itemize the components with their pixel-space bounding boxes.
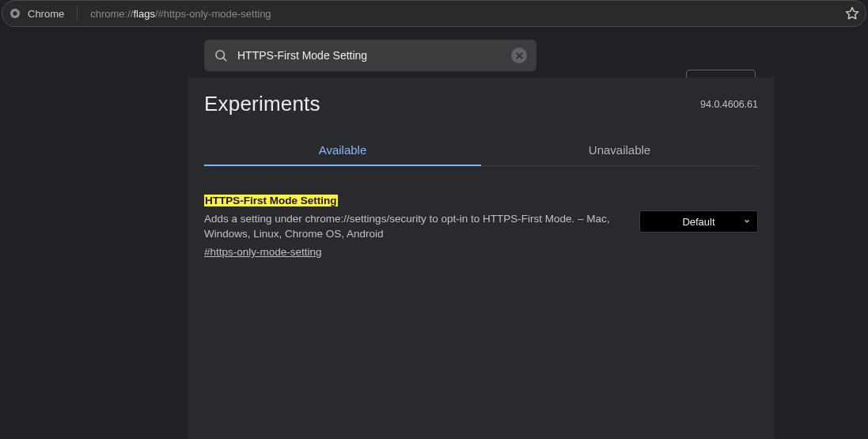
search-icon <box>214 48 228 62</box>
flag-title: HTTPS-First Mode Setting <box>204 195 338 206</box>
flag-hash-link[interactable]: #https-only-mode-setting <box>204 246 322 258</box>
svg-point-1 <box>13 11 17 15</box>
toolbar: Reset all <box>0 32 868 78</box>
tabs: Available Unavailable <box>204 134 758 166</box>
url-path: /#https-only-mode-setting <box>155 8 271 20</box>
clear-search-button[interactable] <box>511 47 527 63</box>
url-prefix: chrome:// <box>90 8 133 20</box>
page-title: Experiments <box>204 92 320 116</box>
tab-unavailable[interactable]: Unavailable <box>481 134 758 166</box>
version-label: 94.0.4606.61 <box>700 99 758 110</box>
flag-state-select[interactable]: Default <box>639 210 758 233</box>
url-host: flags <box>133 8 154 20</box>
svg-line-4 <box>223 58 226 60</box>
address-url[interactable]: chrome://flags/#https-only-mode-setting <box>84 8 271 20</box>
browser-address-bar: Chrome chrome://flags/#https-only-mode-s… <box>2 0 866 27</box>
main-content: Experiments 94.0.4606.61 Available Unava… <box>188 78 774 439</box>
app-name-label: Chrome <box>28 8 70 20</box>
separator <box>77 6 78 21</box>
flag-description: Adds a setting under chrome://settings/s… <box>204 212 624 241</box>
bookmark-star-icon[interactable] <box>845 6 859 21</box>
svg-marker-2 <box>847 8 859 19</box>
chevron-down-icon <box>743 216 751 228</box>
search-input-container <box>204 40 536 71</box>
tab-available[interactable]: Available <box>204 134 481 166</box>
chrome-logo-icon <box>9 7 21 20</box>
flag-state-value: Default <box>682 216 714 228</box>
flag-entry: HTTPS-First Mode Setting Adds a setting … <box>204 166 758 259</box>
search-input[interactable] <box>237 49 502 62</box>
